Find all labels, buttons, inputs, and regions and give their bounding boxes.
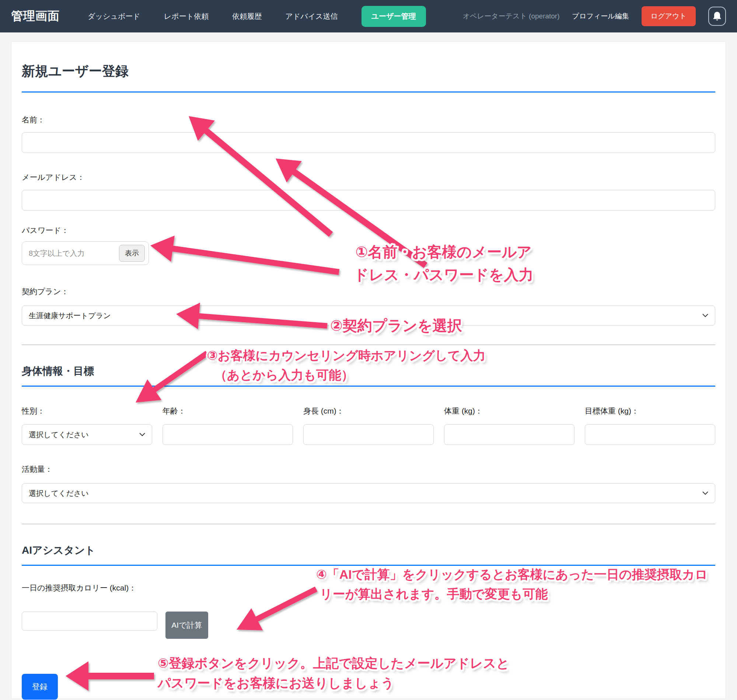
ai-assistant-title: AIアシスタント [22, 543, 715, 566]
gender-field: 性別： 選択してください [22, 406, 152, 445]
plan-select[interactable]: 生涯健康サポートプラン [22, 306, 715, 325]
nav-item-request-history[interactable]: 依頼履歴 [232, 12, 261, 21]
password-label: パスワード： [22, 225, 715, 235]
body-info-section: 身体情報・目標 性別： 選択してください 年齢： 身長 (cm)： [22, 364, 715, 524]
calorie-label: 一日の推奨摂取カロリー (kcal)： [22, 583, 715, 593]
profile-edit-link[interactable]: プロフィール編集 [572, 12, 629, 21]
height-label: 身長 (cm)： [303, 406, 434, 416]
section-divider [22, 345, 715, 345]
new-user-form-card: 新規ユーザー登録 名前： メールアドレス： パスワード： 表示 契約プラン： 生… [11, 41, 726, 699]
top-nav: 管理画面 ダッシュボード レポート依頼 依頼履歴 アドバイス送信 ユーザー管理 … [0, 0, 737, 32]
target-weight-label: 目標体重 (kg)： [585, 406, 715, 416]
age-field: 年齢： [163, 406, 293, 445]
nav-item-dashboard[interactable]: ダッシュボード [88, 12, 140, 21]
logged-in-user-label: オペレーターテスト (operator) [463, 12, 560, 21]
app-title: 管理画面 [11, 8, 60, 24]
age-input[interactable] [163, 424, 293, 445]
notification-button[interactable] [708, 7, 726, 26]
password-show-button[interactable]: 表示 [119, 245, 145, 262]
weight-label: 体重 (kg)： [444, 406, 574, 416]
ai-calc-button[interactable]: AIで計算 [166, 612, 208, 639]
calorie-row: AIで計算 [22, 612, 715, 639]
weight-input[interactable] [444, 424, 574, 445]
nav-right: オペレーターテスト (operator) プロフィール編集 ログアウト [463, 6, 726, 26]
password-field: 表示 [22, 241, 149, 265]
bell-icon [713, 12, 722, 21]
chevron-down-icon [702, 314, 708, 318]
password-input[interactable] [29, 249, 119, 258]
chevron-down-icon [139, 433, 145, 437]
body-info-grid: 性別： 選択してください 年齢： 身長 (cm)： 体重 (kg)： [22, 406, 715, 445]
target-weight-input[interactable] [585, 424, 715, 445]
plan-select-value: 生涯健康サポートプラン [29, 311, 111, 321]
activity-select[interactable]: 選択してください [22, 483, 715, 503]
age-label: 年齢： [163, 406, 293, 416]
email-input[interactable] [22, 190, 715, 210]
ai-assistant-section: AIアシスタント 一日の推奨摂取カロリー (kcal)： AIで計算 登録 [22, 543, 715, 700]
weight-field: 体重 (kg)： [444, 406, 574, 445]
height-input[interactable] [303, 424, 434, 445]
logout-button[interactable]: ログアウト [642, 6, 696, 26]
gender-select-value: 選択してください [29, 430, 89, 440]
plan-label: 契約プラン： [22, 287, 715, 297]
nav-item-report-request[interactable]: レポート依頼 [164, 12, 208, 21]
gender-select[interactable]: 選択してください [22, 424, 152, 445]
chevron-down-icon [702, 491, 708, 495]
name-label: 名前： [22, 115, 715, 125]
target-weight-field: 目標体重 (kg)： [585, 406, 715, 445]
activity-label: 活動量： [22, 464, 715, 474]
name-input[interactable] [22, 132, 715, 153]
height-field: 身長 (cm)： [303, 406, 434, 445]
calorie-input[interactable] [22, 612, 157, 631]
nav-item-user-management[interactable]: ユーザー管理 [361, 6, 426, 27]
section-divider [22, 524, 715, 524]
body-info-title: 身体情報・目標 [22, 364, 715, 387]
nav-item-send-advice[interactable]: アドバイス送信 [285, 12, 338, 21]
nav-links: ダッシュボード レポート依頼 依頼履歴 アドバイス送信 ユーザー管理 [88, 6, 426, 27]
register-button[interactable]: 登録 [22, 674, 58, 700]
gender-label: 性別： [22, 406, 152, 416]
activity-select-value: 選択してください [29, 488, 89, 499]
email-label: メールアドレス： [22, 172, 715, 182]
page-title: 新規ユーザー登録 [22, 62, 715, 93]
